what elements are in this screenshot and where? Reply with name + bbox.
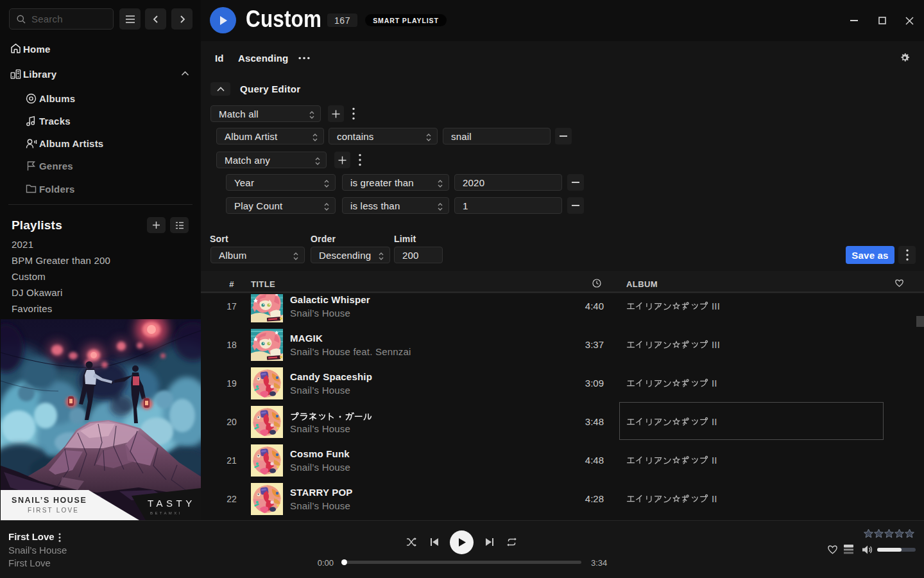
- svg-text:BETAMXI: BETAMXI: [150, 511, 182, 515]
- svg-text:TASTY: TASTY: [148, 498, 196, 509]
- svg-text:SNAIL’S HOUSE: SNAIL’S HOUSE: [12, 496, 87, 505]
- svg-text:FIRST LOVE: FIRST LOVE: [28, 507, 79, 514]
